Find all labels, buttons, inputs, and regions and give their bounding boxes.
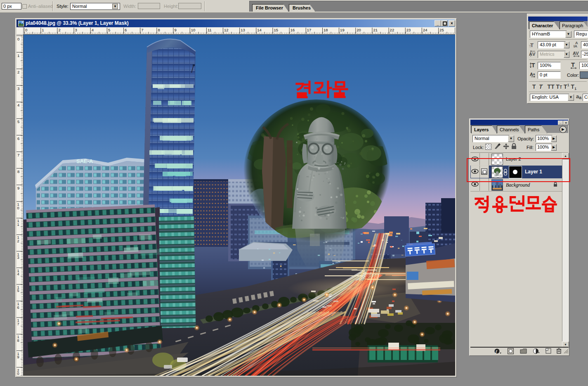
svg-text:5: 5 [17, 289, 19, 293]
svg-text:4: 4 [17, 103, 19, 107]
svg-text:10: 10 [191, 28, 196, 32]
svg-text:5: 5 [108, 28, 110, 32]
svg-text:T: T [571, 62, 575, 68]
svg-text:23: 23 [406, 28, 411, 32]
svg-text:6: 6 [17, 305, 19, 310]
svg-text:6: 6 [125, 28, 127, 32]
svg-text:2: 2 [17, 70, 19, 74]
svg-text:5: 5 [17, 119, 19, 124]
svg-text:1: 1 [17, 223, 19, 227]
svg-text:A̦V: A̦V [529, 52, 536, 57]
svg-text:7: 7 [17, 153, 19, 157]
svg-text:AV: AV [573, 51, 579, 56]
svg-text:18: 18 [324, 28, 328, 32]
svg-text:2: 2 [17, 239, 19, 243]
svg-text:0: 0 [25, 28, 27, 32]
svg-text:T: T [531, 62, 535, 69]
svg-text:2: 2 [58, 28, 60, 32]
svg-text:9: 9 [17, 355, 19, 359]
svg-text:1: 1 [17, 53, 19, 58]
svg-text:16: 16 [290, 28, 295, 32]
svg-text:19: 19 [340, 28, 345, 32]
svg-text:a: a [533, 72, 535, 76]
svg-text:3: 3 [75, 28, 77, 32]
svg-text:9: 9 [175, 28, 177, 32]
svg-text:A: A [530, 72, 533, 77]
svg-text:8: 8 [17, 339, 19, 343]
svg-text:17: 17 [307, 28, 312, 32]
svg-text:7: 7 [17, 322, 19, 326]
svg-text:0: 0 [17, 206, 19, 210]
svg-text:SAE-A: SAE-A [76, 158, 93, 164]
svg-text:11: 11 [208, 28, 212, 32]
svg-text:IA: IA [574, 44, 578, 48]
svg-text:22: 22 [390, 28, 394, 32]
svg-text:7: 7 [141, 28, 143, 32]
svg-text:21: 21 [373, 28, 378, 32]
svg-text:6: 6 [17, 136, 19, 141]
svg-text:8: 8 [17, 169, 19, 174]
svg-text:9: 9 [17, 186, 19, 190]
svg-text:0: 0 [17, 37, 19, 41]
svg-text:1: 1 [42, 28, 44, 32]
svg-text:0: 0 [17, 372, 19, 376]
svg-text:25: 25 [439, 28, 444, 32]
svg-text:4: 4 [92, 28, 94, 32]
svg-text:15: 15 [274, 28, 279, 32]
svg-text:12: 12 [224, 28, 229, 32]
svg-text:3: 3 [17, 256, 19, 260]
svg-text:3: 3 [17, 86, 19, 91]
svg-text:4: 4 [17, 272, 19, 276]
svg-text:24: 24 [423, 28, 427, 32]
svg-text:8: 8 [158, 28, 160, 32]
svg-text:13: 13 [241, 28, 245, 32]
svg-text:20: 20 [357, 28, 361, 32]
svg-text:14: 14 [257, 28, 262, 32]
